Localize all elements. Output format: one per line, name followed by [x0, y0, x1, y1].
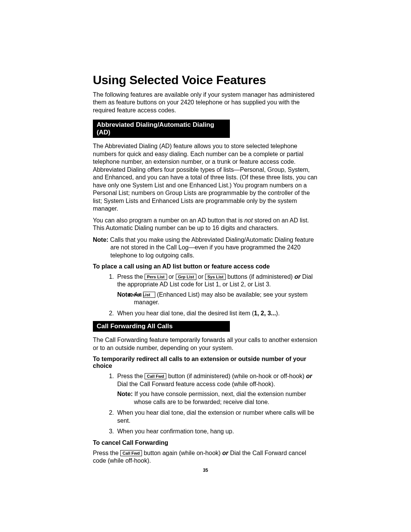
section-header-abbreviated-dialing: Abbreviated Dialing/Automatic Dialing (A…: [93, 120, 230, 138]
section2-subheading-1: To temporarily redirect all calls to an …: [93, 356, 320, 369]
sys-list-button: Sys List: [205, 274, 226, 280]
text: Press the: [93, 450, 120, 456]
text: Dial the Call Forward feature access cod…: [117, 381, 275, 387]
section2-subheading-2: To cancel Call Forwarding: [93, 439, 320, 446]
section1-step1-note: Note: An Enhcd List (Enhanced List) may …: [117, 291, 320, 307]
call-fwd-button: Call Fwd: [145, 373, 166, 379]
page-number: 35: [0, 468, 411, 473]
section1-steps: Press the Pers List or Grp List or Sys L…: [93, 273, 320, 317]
text: (Enhanced List) may also be available; s…: [134, 291, 307, 305]
document-page: Using Selected Voice Features The follow…: [0, 0, 411, 532]
text: Press the: [117, 373, 145, 379]
text: or: [196, 273, 205, 280]
grp-list-button: Grp List: [176, 274, 196, 280]
text: ).: [276, 310, 280, 316]
section2-step-3: When you hear confirmation tone, hang up…: [116, 428, 320, 435]
section1-note: Note: Calls that you make using the Abbr…: [93, 236, 320, 259]
intro-paragraph: The following features are available onl…: [93, 91, 320, 114]
enhcd-list-button: Enhcd List: [143, 292, 155, 298]
note-label: Note:: [117, 391, 133, 397]
section-header-call-forwarding: Call Forwarding All Calls: [93, 321, 230, 332]
section2-paragraph-1: The Call Forwarding feature temporarily …: [93, 336, 320, 352]
call-fwd-button: Call Fwd: [120, 450, 142, 456]
section2-step-1: Press the Call Fwd button (if administer…: [116, 372, 320, 406]
text: Press the: [117, 273, 145, 280]
section2-step1-note: Note: If you have console permission, ne…: [117, 390, 320, 406]
emphasis-or: or: [222, 450, 228, 456]
section2-steps: Press the Call Fwd button (if administer…: [93, 372, 320, 435]
note-text: Calls that you make using the Abbreviate…: [110, 236, 314, 259]
text: You can also program a number on an AD b…: [93, 217, 244, 224]
note-label: Note:: [93, 236, 108, 243]
section2-cancel-paragraph: Press the Call Fwd button again (while o…: [93, 449, 320, 465]
bold-list-items: 1, 2, 3...: [254, 310, 276, 316]
text: When you hear dial tone, dial the desire…: [117, 310, 254, 316]
text: button (if administered) (while on-hook …: [166, 373, 306, 379]
emphasis-or: or: [306, 373, 312, 379]
emphasis-not: not: [244, 217, 253, 224]
emphasis-or: or: [295, 273, 301, 280]
section1-paragraph-1: The Abbreviated Dialing (AD) feature all…: [93, 142, 320, 212]
text: buttons (if administered): [226, 273, 295, 280]
text: or: [167, 273, 176, 280]
section1-step-2: When you hear dial tone, dial the desire…: [116, 310, 320, 317]
section1-subheading: To place a call using an AD list button …: [93, 263, 320, 270]
section2-step-2: When you hear dial tone, dial the extens…: [116, 409, 320, 425]
section1-paragraph-2: You can also program a number on an AD b…: [93, 217, 320, 232]
section1-step-1: Press the Pers List or Grp List or Sys L…: [116, 273, 320, 307]
text: button again (while on-hook): [142, 450, 222, 456]
note-text: If you have console permission, next, di…: [134, 391, 306, 405]
pers-list-button: Pers List: [145, 274, 167, 280]
page-title: Using Selected Voice Features: [93, 73, 320, 87]
